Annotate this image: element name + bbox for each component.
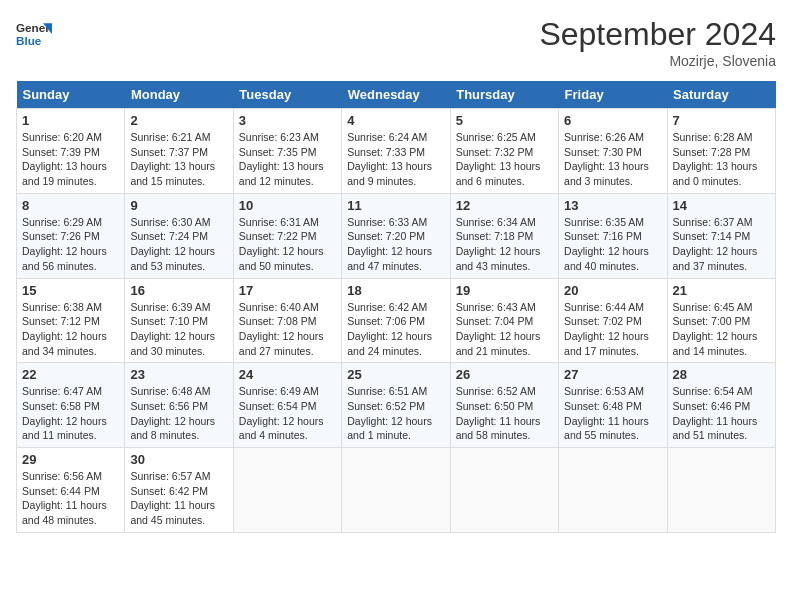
svg-text:Blue: Blue (16, 34, 42, 47)
calendar-week-3: 15Sunrise: 6:38 AM Sunset: 7:12 PM Dayli… (17, 278, 776, 363)
calendar-cell: 14Sunrise: 6:37 AM Sunset: 7:14 PM Dayli… (667, 193, 775, 278)
day-number: 21 (673, 283, 770, 298)
calendar-cell: 9Sunrise: 6:30 AM Sunset: 7:24 PM Daylig… (125, 193, 233, 278)
calendar-cell: 27Sunrise: 6:53 AM Sunset: 6:48 PM Dayli… (559, 363, 667, 448)
calendar-week-5: 29Sunrise: 6:56 AM Sunset: 6:44 PM Dayli… (17, 448, 776, 533)
day-info: Sunrise: 6:35 AM Sunset: 7:16 PM Dayligh… (564, 215, 661, 274)
calendar-cell: 13Sunrise: 6:35 AM Sunset: 7:16 PM Dayli… (559, 193, 667, 278)
day-info: Sunrise: 6:25 AM Sunset: 7:32 PM Dayligh… (456, 130, 553, 189)
calendar-cell: 6Sunrise: 6:26 AM Sunset: 7:30 PM Daylig… (559, 109, 667, 194)
day-info: Sunrise: 6:48 AM Sunset: 6:56 PM Dayligh… (130, 384, 227, 443)
day-info: Sunrise: 6:34 AM Sunset: 7:18 PM Dayligh… (456, 215, 553, 274)
day-number: 23 (130, 367, 227, 382)
calendar-cell: 29Sunrise: 6:56 AM Sunset: 6:44 PM Dayli… (17, 448, 125, 533)
day-info: Sunrise: 6:56 AM Sunset: 6:44 PM Dayligh… (22, 469, 119, 528)
calendar-cell: 4Sunrise: 6:24 AM Sunset: 7:33 PM Daylig… (342, 109, 450, 194)
day-info: Sunrise: 6:31 AM Sunset: 7:22 PM Dayligh… (239, 215, 336, 274)
day-number: 25 (347, 367, 444, 382)
calendar-cell: 7Sunrise: 6:28 AM Sunset: 7:28 PM Daylig… (667, 109, 775, 194)
day-number: 1 (22, 113, 119, 128)
day-info: Sunrise: 6:51 AM Sunset: 6:52 PM Dayligh… (347, 384, 444, 443)
calendar-cell: 18Sunrise: 6:42 AM Sunset: 7:06 PM Dayli… (342, 278, 450, 363)
day-number: 10 (239, 198, 336, 213)
calendar-cell: 8Sunrise: 6:29 AM Sunset: 7:26 PM Daylig… (17, 193, 125, 278)
day-number: 15 (22, 283, 119, 298)
calendar-cell: 22Sunrise: 6:47 AM Sunset: 6:58 PM Dayli… (17, 363, 125, 448)
calendar-cell: 3Sunrise: 6:23 AM Sunset: 7:35 PM Daylig… (233, 109, 341, 194)
title-block: September 2024 Mozirje, Slovenia (539, 16, 776, 69)
day-info: Sunrise: 6:52 AM Sunset: 6:50 PM Dayligh… (456, 384, 553, 443)
day-info: Sunrise: 6:20 AM Sunset: 7:39 PM Dayligh… (22, 130, 119, 189)
day-info: Sunrise: 6:53 AM Sunset: 6:48 PM Dayligh… (564, 384, 661, 443)
day-number: 8 (22, 198, 119, 213)
day-number: 27 (564, 367, 661, 382)
day-info: Sunrise: 6:30 AM Sunset: 7:24 PM Dayligh… (130, 215, 227, 274)
calendar-week-1: 1Sunrise: 6:20 AM Sunset: 7:39 PM Daylig… (17, 109, 776, 194)
day-info: Sunrise: 6:45 AM Sunset: 7:00 PM Dayligh… (673, 300, 770, 359)
logo-icon: General Blue (16, 16, 52, 52)
calendar-cell: 26Sunrise: 6:52 AM Sunset: 6:50 PM Dayli… (450, 363, 558, 448)
day-info: Sunrise: 6:43 AM Sunset: 7:04 PM Dayligh… (456, 300, 553, 359)
calendar-cell: 10Sunrise: 6:31 AM Sunset: 7:22 PM Dayli… (233, 193, 341, 278)
calendar-cell: 16Sunrise: 6:39 AM Sunset: 7:10 PM Dayli… (125, 278, 233, 363)
column-header-wednesday: Wednesday (342, 81, 450, 109)
calendar-cell (559, 448, 667, 533)
column-header-monday: Monday (125, 81, 233, 109)
day-info: Sunrise: 6:47 AM Sunset: 6:58 PM Dayligh… (22, 384, 119, 443)
day-info: Sunrise: 6:54 AM Sunset: 6:46 PM Dayligh… (673, 384, 770, 443)
day-info: Sunrise: 6:28 AM Sunset: 7:28 PM Dayligh… (673, 130, 770, 189)
day-info: Sunrise: 6:42 AM Sunset: 7:06 PM Dayligh… (347, 300, 444, 359)
calendar-cell: 1Sunrise: 6:20 AM Sunset: 7:39 PM Daylig… (17, 109, 125, 194)
location: Mozirje, Slovenia (539, 53, 776, 69)
day-info: Sunrise: 6:37 AM Sunset: 7:14 PM Dayligh… (673, 215, 770, 274)
logo: General Blue (16, 16, 52, 52)
day-info: Sunrise: 6:23 AM Sunset: 7:35 PM Dayligh… (239, 130, 336, 189)
column-header-saturday: Saturday (667, 81, 775, 109)
calendar-cell (233, 448, 341, 533)
calendar-cell: 25Sunrise: 6:51 AM Sunset: 6:52 PM Dayli… (342, 363, 450, 448)
day-number: 26 (456, 367, 553, 382)
day-number: 24 (239, 367, 336, 382)
day-info: Sunrise: 6:39 AM Sunset: 7:10 PM Dayligh… (130, 300, 227, 359)
column-header-tuesday: Tuesday (233, 81, 341, 109)
day-number: 9 (130, 198, 227, 213)
calendar-cell (667, 448, 775, 533)
column-header-thursday: Thursday (450, 81, 558, 109)
day-number: 6 (564, 113, 661, 128)
day-number: 12 (456, 198, 553, 213)
svg-text:General: General (16, 21, 52, 34)
day-info: Sunrise: 6:21 AM Sunset: 7:37 PM Dayligh… (130, 130, 227, 189)
calendar-week-2: 8Sunrise: 6:29 AM Sunset: 7:26 PM Daylig… (17, 193, 776, 278)
day-number: 4 (347, 113, 444, 128)
day-number: 17 (239, 283, 336, 298)
calendar-cell: 23Sunrise: 6:48 AM Sunset: 6:56 PM Dayli… (125, 363, 233, 448)
column-header-friday: Friday (559, 81, 667, 109)
calendar-week-4: 22Sunrise: 6:47 AM Sunset: 6:58 PM Dayli… (17, 363, 776, 448)
day-info: Sunrise: 6:26 AM Sunset: 7:30 PM Dayligh… (564, 130, 661, 189)
calendar-cell: 19Sunrise: 6:43 AM Sunset: 7:04 PM Dayli… (450, 278, 558, 363)
day-info: Sunrise: 6:33 AM Sunset: 7:20 PM Dayligh… (347, 215, 444, 274)
day-number: 19 (456, 283, 553, 298)
page-header: General Blue September 2024 Mozirje, Slo… (16, 16, 776, 69)
calendar-cell (450, 448, 558, 533)
calendar-cell: 2Sunrise: 6:21 AM Sunset: 7:37 PM Daylig… (125, 109, 233, 194)
calendar-cell: 21Sunrise: 6:45 AM Sunset: 7:00 PM Dayli… (667, 278, 775, 363)
day-info: Sunrise: 6:24 AM Sunset: 7:33 PM Dayligh… (347, 130, 444, 189)
calendar-cell: 15Sunrise: 6:38 AM Sunset: 7:12 PM Dayli… (17, 278, 125, 363)
calendar-cell: 5Sunrise: 6:25 AM Sunset: 7:32 PM Daylig… (450, 109, 558, 194)
day-number: 29 (22, 452, 119, 467)
day-number: 22 (22, 367, 119, 382)
day-number: 2 (130, 113, 227, 128)
day-info: Sunrise: 6:57 AM Sunset: 6:42 PM Dayligh… (130, 469, 227, 528)
day-number: 7 (673, 113, 770, 128)
column-header-sunday: Sunday (17, 81, 125, 109)
calendar-cell: 28Sunrise: 6:54 AM Sunset: 6:46 PM Dayli… (667, 363, 775, 448)
calendar-cell: 20Sunrise: 6:44 AM Sunset: 7:02 PM Dayli… (559, 278, 667, 363)
day-number: 11 (347, 198, 444, 213)
day-info: Sunrise: 6:38 AM Sunset: 7:12 PM Dayligh… (22, 300, 119, 359)
day-number: 13 (564, 198, 661, 213)
calendar-cell: 11Sunrise: 6:33 AM Sunset: 7:20 PM Dayli… (342, 193, 450, 278)
day-number: 20 (564, 283, 661, 298)
calendar-table: SundayMondayTuesdayWednesdayThursdayFrid… (16, 81, 776, 533)
day-number: 3 (239, 113, 336, 128)
